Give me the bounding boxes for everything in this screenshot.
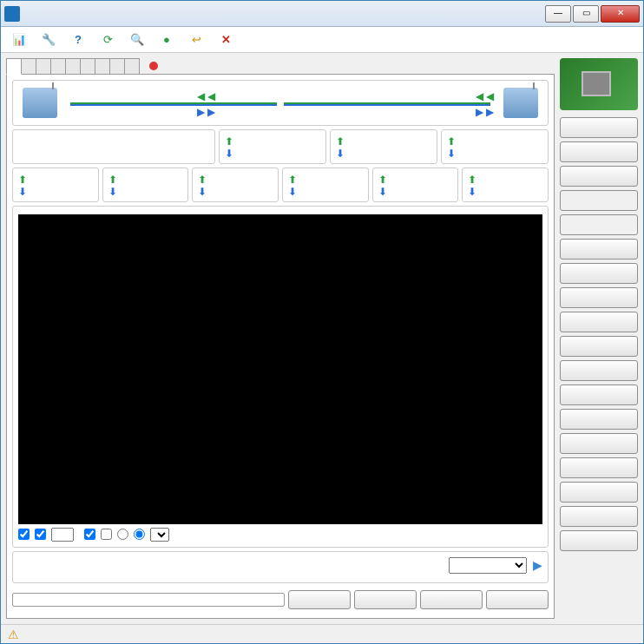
force-play-button[interactable]: ▶ — [533, 558, 542, 572]
ppp-button[interactable] — [354, 590, 417, 609]
refresh-action-button[interactable] — [288, 590, 351, 609]
actions-button[interactable] — [560, 190, 638, 211]
net-data-rate-box: ⬆⬇ — [441, 129, 549, 164]
help-menu[interactable]: ? — [65, 30, 95, 50]
refresh-checkbox[interactable] — [35, 529, 46, 542]
atur-icon — [503, 88, 538, 118]
emulators-button[interactable] — [560, 384, 638, 405]
bins-256-radio[interactable] — [117, 529, 128, 542]
refresh-button[interactable]: ⟳ — [95, 30, 124, 50]
noise-margin-box: ⬆⬇ — [219, 129, 326, 164]
telnet-client-button[interactable] — [560, 409, 638, 430]
interface-button[interactable] — [560, 482, 638, 503]
quit-button[interactable]: ✕ — [213, 30, 242, 50]
atur-modem — [499, 88, 542, 120]
compare-button[interactable] — [560, 312, 638, 332]
side-panel — [560, 58, 638, 619]
capture-button[interactable]: ● — [154, 30, 183, 50]
tx-power-box: ⬆⬇ — [282, 168, 369, 202]
tab-tools[interactable] — [80, 58, 95, 74]
offline-dot-icon — [149, 62, 158, 70]
zoom-button[interactable]: 🔍 — [124, 30, 154, 50]
cmd-button[interactable] — [560, 433, 638, 454]
snrm-tweak-button[interactable] — [560, 214, 638, 235]
bat-type-select[interactable] — [150, 528, 169, 542]
bat-group — [12, 206, 549, 548]
tab-info[interactable] — [6, 58, 22, 75]
bat-chart[interactable] — [18, 214, 542, 524]
tab-models[interactable] — [124, 58, 140, 74]
calculator-button[interactable] — [560, 360, 638, 381]
tools-menu[interactable]: 🔧 — [36, 30, 65, 50]
tab-connection[interactable] — [21, 58, 36, 74]
quit-icon: ✕ — [219, 33, 233, 47]
lqd-button[interactable] — [560, 336, 638, 357]
export-data-button[interactable] — [560, 263, 638, 284]
tab-telnet[interactable] — [65, 58, 81, 74]
capture-icon: ● — [160, 33, 174, 47]
return-icon: ↩ — [189, 33, 203, 47]
tabstrip — [6, 58, 555, 75]
analyser-menu[interactable]: 📊 — [6, 30, 36, 50]
progress-bar — [12, 593, 285, 607]
attainable-rate-box: ⬆⬇ — [462, 168, 549, 202]
delt-button[interactable] — [560, 141, 638, 162]
analysis-button[interactable] — [560, 117, 638, 138]
minimize-button[interactable]: — — [545, 5, 571, 23]
zoom-side-button[interactable] — [560, 166, 638, 187]
tab-history[interactable] — [95, 58, 110, 74]
return-button[interactable]: ↩ — [183, 30, 213, 50]
connect-button[interactable] — [560, 530, 638, 551]
rfi-checkbox[interactable] — [84, 529, 95, 542]
atuc-modem — [18, 88, 62, 120]
refresh-icon: ⟳ — [101, 33, 115, 47]
telnet-button[interactable] — [560, 457, 638, 478]
data-table-button[interactable] — [560, 239, 638, 260]
tab-advanced[interactable] — [50, 58, 66, 74]
atuc-icon — [23, 88, 57, 118]
reboot-button[interactable] — [486, 590, 549, 609]
tab-report[interactable] — [109, 58, 125, 74]
status-bar: ⚠ — [1, 624, 643, 643]
titlebar: — ▭ ✕ — [1, 1, 643, 27]
latn-box: ⬆⬇ — [330, 129, 437, 164]
line-info-box — [12, 129, 215, 164]
close-button[interactable] — [560, 506, 638, 527]
offline-indicator — [142, 58, 168, 74]
toolbar: 📊 🔧 ? ⟳ 🔍 ● ↩ ✕ — [1, 27, 643, 53]
warning-icon: ⚠ — [8, 628, 19, 641]
force-select[interactable] — [449, 557, 527, 574]
tab-settings[interactable] — [36, 58, 51, 74]
sync-group: ◀ ◀ ◀ ◀ ▶ ▶ ▶ ▶ — [12, 80, 549, 126]
close-window-button[interactable]: ✕ — [601, 5, 640, 23]
analyser-icon: 📊 — [12, 33, 26, 47]
refresh-interval-input[interactable] — [51, 528, 74, 542]
auto-connect-checkbox[interactable] — [18, 529, 30, 542]
tools-icon: 🔧 — [42, 33, 56, 47]
diagnosis-group: ▶ — [12, 551, 549, 583]
import-data-button[interactable] — [560, 287, 638, 308]
resync-button[interactable] — [420, 590, 483, 609]
help-icon: ? — [71, 33, 85, 47]
app-icon — [4, 6, 20, 22]
bins-512-radio[interactable] — [134, 529, 145, 542]
rco-box: ⬆⬇ — [192, 168, 279, 202]
bitswaps-box: ⬆⬇ — [102, 168, 189, 202]
channel-box: ⬆⬇ — [12, 168, 99, 202]
zoom-icon: 🔍 — [130, 33, 144, 47]
pcb-image — [560, 58, 638, 110]
satn-box: ⬆⬇ — [372, 168, 459, 202]
maximize-button[interactable]: ▭ — [573, 5, 599, 23]
grid-checkbox[interactable] — [101, 529, 112, 542]
